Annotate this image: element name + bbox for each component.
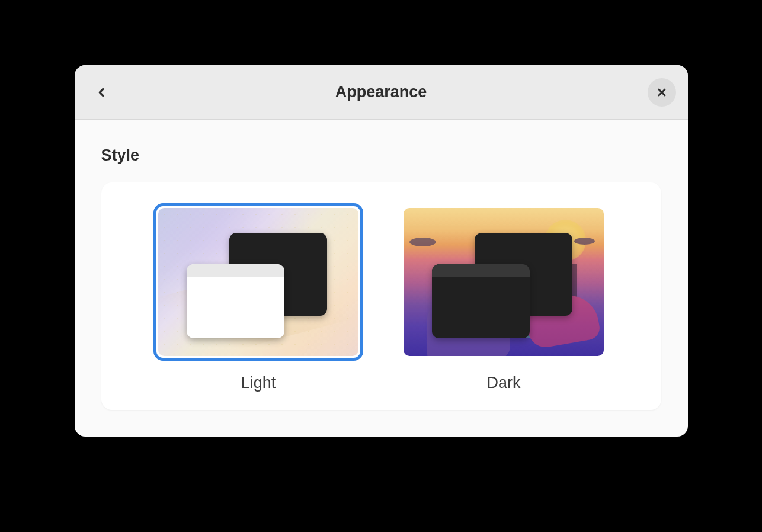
dark-thumbnail xyxy=(404,208,604,356)
light-option-label: Light xyxy=(241,374,276,392)
section-title-style: Style xyxy=(101,146,661,165)
appearance-settings-window: Appearance Style xyxy=(75,65,688,437)
style-option-light[interactable]: Light xyxy=(153,203,363,392)
dark-mock-window-front xyxy=(432,264,530,338)
header-bar: Appearance xyxy=(75,65,688,120)
back-button[interactable] xyxy=(87,78,116,107)
dark-thumbnail-frame xyxy=(399,203,609,361)
page-title: Appearance xyxy=(335,83,427,101)
style-card: Light xyxy=(101,182,661,410)
chevron-left-icon xyxy=(95,86,108,99)
light-thumbnail xyxy=(158,208,358,356)
dark-option-label: Dark xyxy=(486,374,520,392)
close-button[interactable] xyxy=(648,78,676,107)
content-area: Style Light xyxy=(75,120,688,437)
close-icon xyxy=(656,86,668,98)
style-option-dark[interactable]: Dark xyxy=(399,203,609,392)
light-mock-window-front xyxy=(187,264,284,338)
light-thumbnail-frame xyxy=(153,203,363,361)
